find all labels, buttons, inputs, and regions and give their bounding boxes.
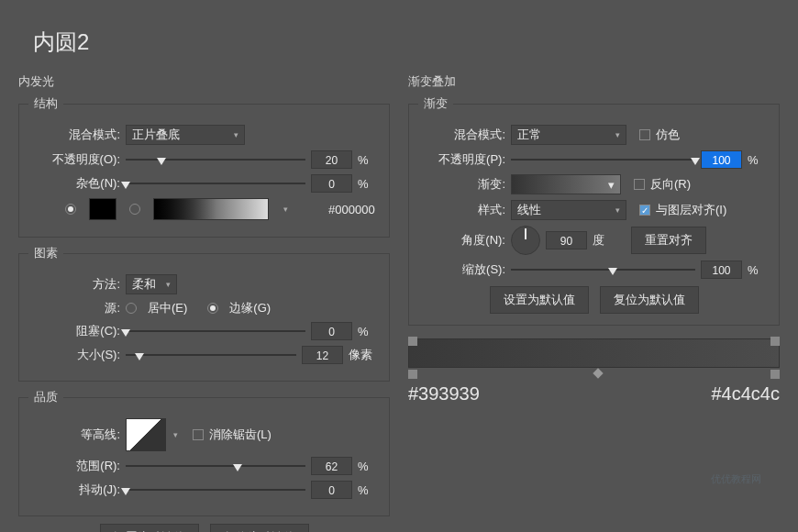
go-reset-default-button[interactable]: 复位为默认值: [600, 286, 699, 314]
stop-hex-left: #393939: [408, 383, 480, 405]
source-center-radio[interactable]: [126, 303, 137, 314]
inner-glow-panel: 内发光 结构 混合模式: 正片叠底▾ 不透明度(O): 20 % 杂色(N): …: [18, 73, 390, 532]
size-label: 大小(S):: [28, 347, 120, 363]
style-label: 样式:: [418, 202, 505, 218]
blend-mode-dropdown[interactable]: 正片叠底▾: [126, 125, 245, 145]
color-radio[interactable]: [65, 204, 76, 215]
scale-slider[interactable]: [511, 261, 695, 278]
scale-unit: %: [748, 263, 770, 277]
angle-unit: 度: [593, 232, 615, 249]
reset-default-button[interactable]: 复位为默认值: [210, 524, 309, 532]
jitter-input[interactable]: 0: [311, 481, 352, 499]
go-blend-mode-label: 混合模式:: [418, 127, 505, 143]
antialias-checkbox[interactable]: [193, 429, 204, 440]
structure-group: 结构 混合模式: 正片叠底▾ 不透明度(O): 20 % 杂色(N): 0 % …: [18, 95, 390, 238]
chevron-down-icon: ▾: [166, 280, 171, 289]
angle-input[interactable]: 90: [546, 231, 587, 249]
source-edge-radio[interactable]: [207, 303, 218, 314]
dither-label: 仿色: [656, 127, 680, 143]
size-slider[interactable]: [126, 347, 296, 363]
go-opacity-unit: %: [748, 153, 770, 167]
size-unit: 像素: [349, 347, 380, 363]
set-default-button[interactable]: 设置为默认值: [100, 524, 199, 532]
source-edge-label: 边缘(G): [229, 300, 271, 316]
range-unit: %: [358, 460, 380, 473]
source-center-label: 居中(E): [148, 300, 187, 316]
jitter-label: 抖动(J):: [28, 482, 120, 498]
chevron-down-icon: ▾: [234, 130, 238, 139]
reverse-label: 反向(R): [650, 176, 691, 193]
chevron-down-icon: ▾: [615, 205, 620, 215]
dither-checkbox[interactable]: [639, 129, 650, 140]
align-label: 与图层对齐(I): [656, 202, 726, 218]
inner-glow-title: 内发光: [18, 73, 390, 90]
quality-group: 品质 等高线: ▾ 消除锯齿(L) 范围(R): 62 % 抖动(J): 0 %: [18, 389, 390, 516]
scale-input[interactable]: 100: [701, 260, 742, 279]
quality-legend: 品质: [28, 389, 63, 405]
gradient-overlay-panel: 渐变叠加 渐变 混合模式: 正常▾ 仿色 不透明度(P): 100 % 渐变: …: [408, 73, 780, 532]
range-slider[interactable]: [126, 458, 305, 474]
reset-align-button[interactable]: 重置对齐: [631, 227, 706, 254]
opacity-unit: %: [358, 153, 380, 167]
gradient-preview[interactable]: [408, 338, 780, 368]
elements-legend: 图素: [28, 245, 63, 261]
antialias-label: 消除锯齿(L): [209, 427, 272, 443]
technique-label: 方法:: [28, 276, 120, 293]
align-checkbox[interactable]: [639, 205, 650, 216]
stop-hex-right: #4c4c4c: [712, 383, 781, 405]
go-set-default-button[interactable]: 设置为默认值: [490, 286, 589, 314]
technique-dropdown[interactable]: 柔和▾: [126, 274, 177, 294]
gradient-overlay-title: 渐变叠加: [408, 73, 780, 90]
gradient-swatch[interactable]: [153, 198, 269, 220]
color-stop-right[interactable]: [770, 370, 780, 379]
angle-dial[interactable]: [511, 226, 540, 255]
noise-input[interactable]: 0: [311, 174, 352, 193]
contour-picker[interactable]: [126, 418, 166, 451]
opacity-input[interactable]: 20: [311, 150, 352, 169]
choke-unit: %: [358, 325, 380, 338]
opacity-slider[interactable]: [126, 151, 305, 168]
choke-input[interactable]: 0: [311, 322, 352, 340]
noise-label: 杂色(N):: [28, 175, 120, 192]
structure-legend: 结构: [28, 95, 63, 112]
go-opacity-label: 不透明度(P):: [418, 151, 505, 168]
range-label: 范围(R):: [28, 458, 120, 474]
go-opacity-slider[interactable]: [511, 151, 695, 168]
gradient-group: 渐变 混合模式: 正常▾ 仿色 不透明度(P): 100 % 渐变: ▾ 反向(…: [408, 95, 780, 326]
elements-group: 图素 方法: 柔和▾ 源: 居中(E) 边缘(G) 阻塞(C): 0 % 大小(…: [18, 245, 390, 382]
range-input[interactable]: 62: [311, 457, 352, 475]
size-input[interactable]: 12: [302, 346, 343, 364]
chevron-down-icon: ▾: [173, 430, 178, 439]
chevron-down-icon: ▾: [608, 178, 615, 192]
color-swatch[interactable]: [89, 198, 116, 220]
blend-mode-label: 混合模式:: [28, 127, 120, 143]
go-opacity-input[interactable]: 100: [701, 150, 742, 169]
gradient-legend: 渐变: [418, 95, 453, 112]
jitter-unit: %: [358, 483, 380, 497]
gradient-editor[interactable]: #393939 #4c4c4c: [408, 338, 780, 368]
chevron-down-icon: ▾: [615, 130, 620, 139]
color-stop-left[interactable]: [408, 370, 417, 379]
choke-label: 阻塞(C):: [28, 323, 120, 339]
chevron-down-icon: ▾: [283, 205, 288, 214]
choke-slider[interactable]: [126, 323, 305, 339]
watermark: 优优教程网: [711, 472, 761, 486]
opacity-stop-right[interactable]: [770, 337, 780, 346]
gradient-dropdown[interactable]: ▾: [511, 174, 621, 194]
angle-label: 角度(N):: [418, 232, 505, 249]
reverse-checkbox[interactable]: [634, 179, 645, 190]
gradient-radio[interactable]: [129, 204, 140, 215]
color-hex: #000000: [328, 203, 375, 216]
gradient-label: 渐变:: [418, 176, 505, 193]
style-dropdown[interactable]: 线性▾: [511, 200, 626, 220]
noise-slider[interactable]: [126, 175, 305, 192]
opacity-stop-left[interactable]: [408, 337, 417, 346]
midpoint-icon[interactable]: [593, 368, 603, 378]
contour-label: 等高线:: [28, 427, 120, 443]
go-blend-mode-dropdown[interactable]: 正常▾: [511, 125, 626, 145]
jitter-slider[interactable]: [126, 482, 305, 498]
source-label: 源:: [28, 300, 120, 316]
opacity-label: 不透明度(O):: [28, 151, 120, 168]
noise-unit: %: [358, 177, 380, 191]
page-title: 内圆2: [0, 0, 798, 57]
